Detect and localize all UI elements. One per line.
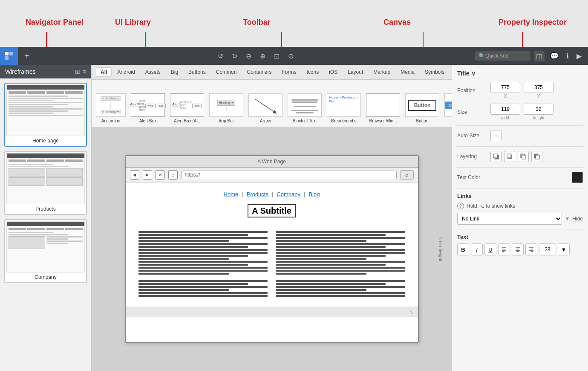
align-right-button[interactable] <box>525 243 537 255</box>
zoom-in-button[interactable]: ⊕ <box>258 50 267 62</box>
zoom-fit-button[interactable]: ⊡ <box>272 50 281 62</box>
prop-section-title: Title ∨ <box>457 70 583 77</box>
appbar-preview: Heading ▼ <box>209 93 243 117</box>
redo-button[interactable]: ↻ <box>230 50 239 62</box>
lib-item-blocktext[interactable]: Block of Text <box>288 93 322 123</box>
resize-handle[interactable]: ⤡ <box>409 309 414 315</box>
ui-library-label: UI Library <box>115 18 151 27</box>
company-thumb-preview <box>6 221 85 272</box>
forward-button[interactable]: ► <box>143 170 152 180</box>
comment-button[interactable]: 💬 <box>548 51 561 61</box>
body-text <box>138 231 405 298</box>
app-bar: + ↺ ↻ ⊖ ⊕ ⊡ ⊙ 🔍 ◫ 💬 ℹ ▶ <box>0 47 588 65</box>
help-icon[interactable]: ? <box>457 203 464 209</box>
tab-layout[interactable]: Layout <box>343 67 368 77</box>
position-row: Position X Y <box>457 82 583 99</box>
buttonbar-preview: One Two Three <box>444 93 452 117</box>
layer-back-button[interactable] <box>531 151 542 162</box>
page-thumbnail-company[interactable]: Company <box>4 219 87 283</box>
page-thumbnail-products[interactable]: Products <box>4 151 87 215</box>
browser-wireframe: A Web Page ◄ ► ✕ ⌂ ⌕ Home | Products <box>125 155 419 343</box>
tab-symbols[interactable]: Symbols <box>420 67 449 77</box>
align-center-button[interactable] <box>512 243 524 255</box>
lib-item-alertbox[interactable]: Alert! Alert text goes here YesNo Alert … <box>131 93 165 123</box>
nav-products[interactable]: Products <box>247 191 268 197</box>
text-format-label: Text <box>457 234 583 240</box>
alertbox2-label: Alert Box (A... <box>174 119 200 123</box>
view-wireframe-button[interactable]: ◫ <box>534 51 545 61</box>
lib-item-appbar[interactable]: Heading ▼ App Bar <box>209 93 243 123</box>
underline-button[interactable]: U <box>484 243 496 255</box>
zoom-percent-button[interactable]: ⊙ <box>286 50 295 62</box>
svg-rect-7 <box>507 154 511 158</box>
add-button[interactable]: + <box>18 47 36 65</box>
width-input[interactable] <box>490 104 520 115</box>
page-thumbnail-home[interactable]: Home page <box>4 83 87 147</box>
text-color-swatch[interactable] <box>572 172 583 183</box>
nav-grid-icon[interactable]: ⊞ <box>75 68 80 75</box>
nav-home[interactable]: Home <box>224 191 239 197</box>
tab-containers[interactable]: Containers <box>242 67 276 77</box>
close-button[interactable]: ✕ <box>156 170 165 180</box>
quick-add-wrapper: 🔍 <box>475 51 530 61</box>
app-logo[interactable] <box>0 47 18 65</box>
tab-common[interactable]: Common <box>211 67 242 77</box>
autosize-row: Auto-Size ↔ <box>457 130 583 141</box>
lib-item-alertbox2[interactable]: Alert Alert text goes here Yes Alert Box… <box>170 93 204 123</box>
lib-item-accordion[interactable]: ≡ Heading ▼ ≡ Heading ▼ Accordion <box>96 93 126 123</box>
width-input-group: width <box>490 104 520 120</box>
lib-item-button[interactable]: Button Button <box>405 93 439 123</box>
tab-markup[interactable]: Markup <box>369 67 395 77</box>
products-thumb-preview <box>6 153 85 204</box>
home-button[interactable]: ⌂ <box>168 170 178 180</box>
tab-ios[interactable]: iOS <box>324 67 342 77</box>
nav-list-icon[interactable]: ≡ <box>83 68 86 75</box>
layer-forward-button[interactable] <box>504 151 515 162</box>
bold-button[interactable]: B <box>457 243 469 255</box>
svg-line-3 <box>255 99 275 113</box>
height-input-group: height <box>524 104 553 120</box>
lib-item-buttonbar[interactable]: One Two Three Button Bar <box>444 93 452 123</box>
back-button[interactable]: ◄ <box>130 170 139 180</box>
font-size-input[interactable] <box>539 243 556 255</box>
lib-item-browserwin[interactable]: Browser Win... <box>366 93 400 123</box>
lib-item-arrow[interactable]: Arrow <box>248 93 282 123</box>
autosize-horizontal-button[interactable]: ↔ <box>490 130 502 141</box>
canvas-area: A Web Page ◄ ► ✕ ⌂ ⌕ Home | Products <box>92 127 452 371</box>
divider-2 <box>457 146 583 147</box>
font-size-dropdown-button[interactable]: ▼ <box>558 243 570 255</box>
size-label: Size <box>457 109 487 115</box>
lib-item-breadcrumbs[interactable]: Home > Products > Blu... Breadcrumbs <box>327 93 361 123</box>
italic-button[interactable]: I <box>471 243 483 255</box>
tab-big[interactable]: Big <box>166 67 183 77</box>
arrow-label: Arrow <box>260 119 271 123</box>
width-label: width <box>500 116 510 120</box>
align-left-button[interactable] <box>498 243 510 255</box>
tab-icons[interactable]: Icons <box>302 67 324 77</box>
hide-link-button[interactable]: Hide <box>572 216 583 222</box>
tab-forms[interactable]: Forms <box>277 67 301 77</box>
svg-rect-0 <box>5 52 9 55</box>
link-select[interactable]: No Link <box>457 213 562 225</box>
page-subtitle[interactable]: A Subtitle <box>248 204 296 217</box>
zoom-out-button[interactable]: ⊖ <box>244 50 253 62</box>
text-col-right <box>276 231 405 298</box>
nav-blog[interactable]: Blog <box>308 191 320 197</box>
x-input[interactable] <box>490 82 520 93</box>
tab-all[interactable]: All <box>96 67 112 77</box>
url-input[interactable] <box>181 171 397 179</box>
layer-front-button[interactable] <box>490 151 502 162</box>
tab-android[interactable]: Android <box>112 67 139 77</box>
play-button[interactable]: ▶ <box>574 51 584 61</box>
y-input[interactable] <box>524 82 553 93</box>
info-button[interactable]: ℹ <box>564 51 571 61</box>
height-input[interactable] <box>524 104 553 115</box>
chevron-icon[interactable]: ∨ <box>471 70 476 77</box>
tab-buttons[interactable]: Buttons <box>184 67 210 77</box>
nav-company[interactable]: Company <box>277 191 300 197</box>
tab-media[interactable]: Media <box>396 67 419 77</box>
tab-assets[interactable]: Assets <box>141 67 165 77</box>
search-button[interactable]: ⌕ <box>400 170 414 180</box>
layer-backward-button[interactable] <box>518 151 529 162</box>
undo-button[interactable]: ↺ <box>216 50 225 62</box>
